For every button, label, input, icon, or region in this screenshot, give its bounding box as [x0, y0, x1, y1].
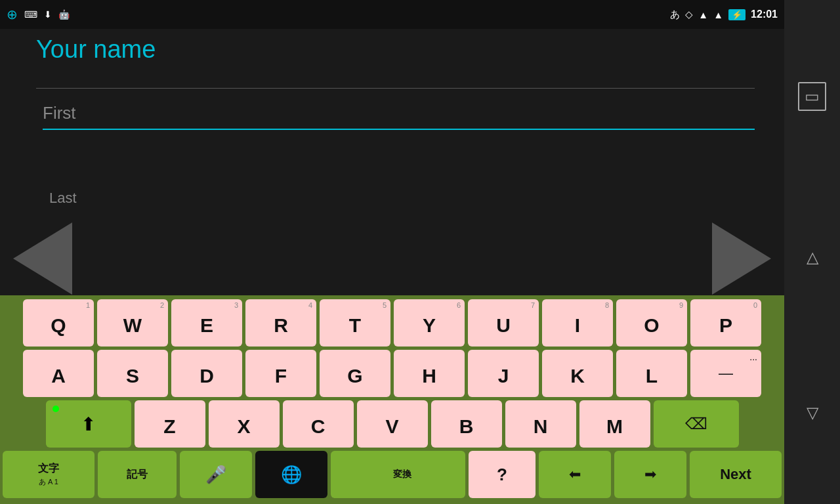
key-a[interactable]: A [23, 350, 94, 397]
keyboard-icon: ⌨ [24, 9, 37, 20]
sidebar-home-icon[interactable]: △ [807, 248, 818, 266]
main-content: Your name Last 1Q 2W 3E 4R 5T 6Y 7U 8I 9… [0, 29, 784, 504]
key-e[interactable]: 3E [171, 299, 242, 346]
status-right-icons: あ ◇ ▲ ▲ ⚡ 12:01 [670, 9, 778, 21]
status-left-icons: ⊕ ⌨ ⬇ 🤖 [7, 7, 70, 22]
key-next[interactable]: Next [690, 451, 782, 498]
key-r[interactable]: 4R [245, 299, 316, 346]
key-i[interactable]: 8I [542, 299, 613, 346]
key-d[interactable]: D [171, 350, 242, 397]
keyboard-row-2: A S D F G H J K L ··· — [3, 350, 782, 397]
key-b[interactable]: B [431, 400, 502, 448]
key-o[interactable]: 9O [616, 299, 687, 346]
android-icon: 🤖 [58, 9, 70, 20]
key-shift[interactable]: ⬆ [46, 400, 131, 448]
key-z[interactable]: Z [135, 400, 205, 448]
key-q[interactable]: 1Q [23, 299, 94, 346]
key-l[interactable]: L [616, 350, 687, 397]
japanese-input-icon: あ [670, 9, 680, 21]
divider [36, 88, 755, 89]
status-bar: ⊕ ⌨ ⬇ 🤖 あ ◇ ▲ ▲ ⚡ 12:01 [0, 0, 784, 29]
wifi-icon: ▲ [698, 9, 708, 20]
key-backspace[interactable]: ⌫ [654, 400, 739, 448]
sidebar-recent-apps-icon[interactable]: ▭ [798, 82, 826, 111]
key-mic[interactable]: 🎤 [180, 451, 252, 498]
keyboard-row-1: 1Q 2W 3E 4R 5T 6Y 7U 8I 9O 0P [3, 299, 782, 346]
key-dash[interactable]: ··· — [690, 350, 761, 397]
app-icon: ⊕ [7, 7, 18, 22]
key-v[interactable]: V [357, 400, 428, 448]
key-f[interactable]: F [245, 350, 316, 397]
status-time: 12:01 [751, 9, 778, 20]
key-kanji[interactable]: 文字 あ A 1 [3, 451, 94, 498]
key-p[interactable]: 0P [690, 299, 761, 346]
arrow-right-button[interactable] [712, 222, 771, 295]
keyboard-row-3: ⬆ Z X C V B N M ⌫ [3, 400, 782, 448]
first-name-input[interactable] [43, 98, 755, 130]
key-u[interactable]: 7U [468, 299, 539, 346]
sidebar-back-icon[interactable]: ▽ [807, 404, 818, 422]
backspace-icon: ⌫ [685, 415, 707, 433]
keyboard: 1Q 2W 3E 4R 5T 6Y 7U 8I 9O 0P A S D F G … [0, 295, 784, 504]
key-x[interactable]: X [209, 400, 280, 448]
battery-icon: ⚡ [728, 9, 746, 20]
network-icon: ▲ [713, 9, 723, 20]
download-icon: ⬇ [44, 9, 52, 20]
key-space-henkan[interactable]: 変換 [331, 451, 465, 498]
key-arrow-right[interactable]: ➡ [614, 451, 686, 498]
arrow-left-button[interactable] [13, 222, 72, 295]
right-sidebar: ▭ △ ▽ [784, 0, 840, 504]
key-m[interactable]: M [579, 400, 650, 448]
key-w[interactable]: 2W [97, 299, 168, 346]
key-c[interactable]: C [283, 400, 354, 448]
last-name-label: Last [49, 190, 77, 207]
key-k[interactable]: K [542, 350, 613, 397]
key-s[interactable]: S [97, 350, 168, 397]
key-t[interactable]: 5T [320, 299, 390, 346]
signal-icon: ◇ [685, 9, 693, 20]
page-title: Your name [36, 35, 156, 64]
key-h[interactable]: H [394, 350, 465, 397]
key-globe[interactable]: 🌐 [255, 451, 327, 498]
shift-active-dot [52, 406, 59, 412]
key-question[interactable]: ? [469, 451, 536, 498]
key-y[interactable]: 6Y [394, 299, 465, 346]
key-j[interactable]: J [468, 350, 539, 397]
first-input-container [43, 98, 755, 130]
key-n[interactable]: N [505, 400, 576, 448]
next-label: Next [720, 466, 751, 483]
key-g[interactable]: G [320, 350, 390, 397]
key-kigo[interactable]: 記号 [98, 451, 177, 498]
key-arrow-left[interactable]: ⬅ [539, 451, 611, 498]
keyboard-bottom-row: 文字 あ A 1 記号 🎤 🌐 変換 ? ⬅ ➡ [3, 451, 782, 498]
